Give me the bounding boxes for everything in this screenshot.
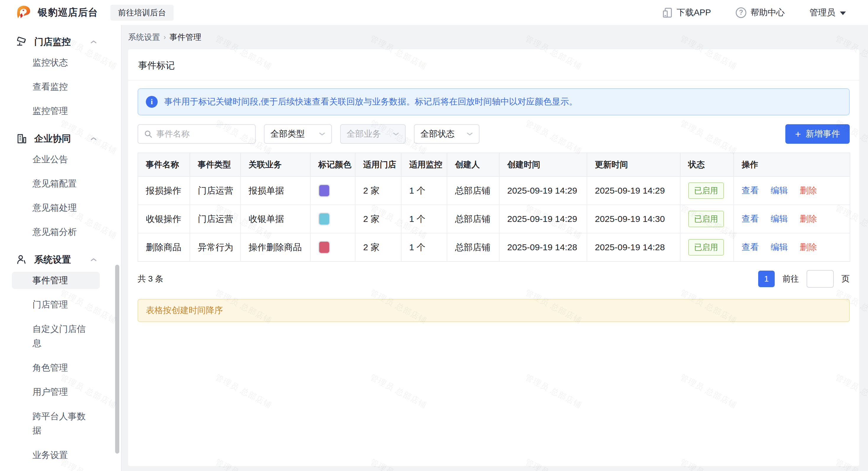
delete-link[interactable]: 删除	[800, 186, 817, 195]
sidebar-group-system-settings[interactable]: 系统设置	[0, 248, 100, 272]
col-event-type: 事件类型	[190, 153, 241, 177]
pagination: 共 3 条 1 前往 页	[137, 270, 850, 288]
cell-business: 报损单据	[241, 177, 310, 205]
breadcrumb-current: 事件管理	[169, 32, 202, 42]
cell-created: 2025-09-19 14:29	[499, 205, 587, 233]
col-updated: 更新时间	[587, 153, 680, 177]
cell-business: 收银单据	[241, 205, 310, 233]
search-icon	[144, 130, 152, 138]
cell-mark-color	[310, 233, 355, 261]
sidebar-item-suggestion-analysis[interactable]: 意见箱分析	[12, 223, 100, 241]
color-swatch	[318, 184, 330, 197]
cell-event-name: 报损操作	[138, 177, 190, 205]
delete-link[interactable]: 删除	[800, 214, 817, 223]
col-status: 状态	[680, 153, 734, 177]
cell-creator: 总部店铺	[447, 205, 499, 233]
cell-actions: 查看 编辑 删除	[734, 233, 850, 261]
cell-updated: 2025-09-19 14:29	[587, 177, 680, 205]
breadcrumb: 系统设置 › 事件管理	[122, 25, 868, 49]
col-stores: 适用门店	[355, 153, 401, 177]
cell-event-type: 异常行为	[190, 233, 241, 261]
cell-stores: 2 家	[355, 233, 401, 261]
edit-link[interactable]: 编辑	[771, 242, 788, 252]
chevron-up-icon	[90, 258, 97, 262]
cell-status: 已启用	[680, 233, 734, 261]
sidebar-item-business-settings[interactable]: 业务设置	[12, 446, 100, 464]
page-1-button[interactable]: 1	[758, 271, 775, 287]
cell-monitors: 1 个	[401, 205, 447, 233]
business-select: 全部业务	[340, 124, 406, 144]
col-created: 创建时间	[499, 153, 587, 177]
delete-link[interactable]: 删除	[800, 242, 817, 252]
plus-icon: +	[795, 129, 801, 139]
top-header: 银豹巡店后台 前往培训后台 下载APP ? 帮助中心 管理员	[0, 0, 868, 25]
sidebar-group-store-monitor[interactable]: 门店监控	[0, 30, 100, 54]
edit-link[interactable]: 编辑	[771, 186, 788, 195]
cell-status: 已启用	[680, 177, 734, 205]
sidebar-item-suggestion-config[interactable]: 意见箱配置	[12, 175, 100, 192]
cell-creator: 总部店铺	[447, 177, 499, 205]
chevron-down-icon	[393, 132, 399, 136]
cell-created: 2025-09-19 14:29	[499, 177, 587, 205]
chevron-up-icon	[90, 137, 97, 141]
user-menu[interactable]: 管理员	[810, 7, 846, 19]
chevron-down-icon	[319, 132, 326, 136]
events-table: 事件名称 事件类型 关联业务 标记颜色 适用门店 适用监控 创建人 创建时间 更…	[137, 153, 850, 262]
goto-page-input[interactable]	[807, 270, 834, 288]
camera-icon	[16, 36, 28, 48]
total-count: 共 3 条	[137, 273, 163, 284]
info-banner: i 事件用于标记关键时间段,便于后续快速查看关联回放与业务数据。标记后将在回放时…	[137, 88, 850, 115]
color-swatch	[318, 241, 330, 254]
sidebar-item-view-monitor[interactable]: 查看监控	[12, 78, 100, 95]
sidebar-item-role-manage[interactable]: 角色管理	[12, 359, 100, 376]
sidebar-item-announcement[interactable]: 企业公告	[12, 151, 100, 168]
add-event-button[interactable]: + 新增事件	[785, 124, 850, 144]
search-input[interactable]	[156, 129, 249, 139]
edit-link[interactable]: 编辑	[771, 214, 788, 223]
table-row: 报损操作 门店运营 报损单据 2 家 1 个 总部店铺 2025-09-19 1…	[138, 177, 850, 205]
user-icon	[16, 254, 28, 265]
cell-monitors: 1 个	[401, 177, 447, 205]
sort-note-banner: 表格按创建时间降序	[137, 299, 850, 322]
col-actions: 操作	[734, 153, 850, 177]
cell-status: 已启用	[680, 205, 734, 233]
col-monitors: 适用监控	[401, 153, 447, 177]
sidebar-item-store-manage[interactable]: 门店管理	[12, 296, 100, 313]
sidebar-scrollbar[interactable]	[115, 265, 119, 453]
chevron-up-icon	[90, 40, 97, 44]
sidebar-item-user-manage[interactable]: 用户管理	[12, 383, 100, 401]
help-center-link[interactable]: ? 帮助中心	[736, 7, 785, 19]
sidebar-item-cross-platform-hr[interactable]: 跨平台人事数据	[12, 408, 100, 439]
view-link[interactable]: 查看	[742, 186, 759, 195]
cell-event-type: 门店运营	[190, 177, 241, 205]
status-badge: 已启用	[688, 211, 724, 227]
breadcrumb-separator: ›	[163, 33, 166, 41]
event-card: 事件标记 i 事件用于标记关键时间段,便于后续快速查看关联回放与业务数据。标记后…	[128, 49, 859, 466]
chevron-down-icon	[466, 132, 473, 136]
filter-toolbar: 全部类型 全部业务 全部状态	[137, 124, 850, 144]
sidebar-item-monitor-manage[interactable]: 监控管理	[12, 102, 100, 120]
breadcrumb-section[interactable]: 系统设置	[128, 32, 160, 42]
phone-icon	[662, 7, 673, 18]
status-select[interactable]: 全部状态	[414, 124, 479, 144]
cell-event-name: 删除商品	[138, 233, 190, 261]
cell-event-name: 收银操作	[138, 205, 190, 233]
training-backend-button[interactable]: 前往培训后台	[111, 5, 174, 21]
color-swatch	[318, 213, 330, 225]
sidebar-item-monitor-status[interactable]: 监控状态	[12, 54, 100, 71]
event-name-search[interactable]	[137, 124, 256, 144]
sidebar-item-suggestion-handle[interactable]: 意见箱处理	[12, 199, 100, 216]
type-select[interactable]: 全部类型	[264, 124, 332, 144]
col-creator: 创建人	[447, 153, 499, 177]
view-link[interactable]: 查看	[742, 214, 759, 223]
caret-down-icon	[840, 11, 846, 15]
sidebar-item-custom-store-info[interactable]: 自定义门店信息	[12, 320, 100, 352]
cell-monitors: 1 个	[401, 233, 447, 261]
cell-actions: 查看 编辑 删除	[734, 205, 850, 233]
download-app-link[interactable]: 下载APP	[662, 7, 711, 19]
view-link[interactable]: 查看	[742, 242, 759, 252]
cell-creator: 总部店铺	[447, 233, 499, 261]
sidebar-item-event-manage[interactable]: 事件管理	[12, 272, 100, 289]
cell-created: 2025-09-19 14:28	[499, 233, 587, 261]
sidebar-group-enterprise[interactable]: 企业协同	[0, 127, 100, 151]
